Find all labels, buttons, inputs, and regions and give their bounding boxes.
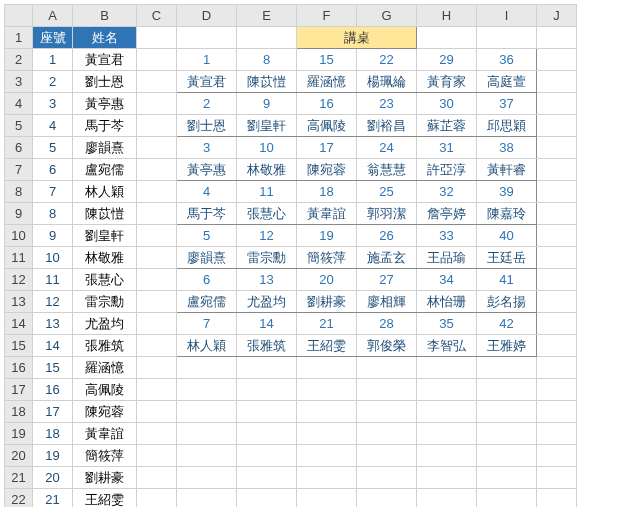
cell[interactable] bbox=[537, 489, 577, 508]
cell[interactable] bbox=[537, 225, 577, 247]
cell[interactable] bbox=[357, 379, 417, 401]
cell[interactable] bbox=[417, 467, 477, 489]
cell[interactable] bbox=[417, 357, 477, 379]
cell[interactable] bbox=[137, 247, 177, 269]
row-header-16[interactable]: 16 bbox=[5, 357, 33, 379]
row-header-22[interactable]: 22 bbox=[5, 489, 33, 508]
cell[interactable] bbox=[537, 93, 577, 115]
cell[interactable] bbox=[137, 225, 177, 247]
cell[interactable] bbox=[177, 379, 237, 401]
cell[interactable] bbox=[177, 467, 237, 489]
cell[interactable] bbox=[237, 423, 297, 445]
row-header-1[interactable]: 1 bbox=[5, 27, 33, 49]
row-header-21[interactable]: 21 bbox=[5, 467, 33, 489]
cell[interactable] bbox=[137, 269, 177, 291]
cell[interactable] bbox=[417, 445, 477, 467]
cell[interactable] bbox=[537, 27, 577, 49]
cell[interactable] bbox=[137, 115, 177, 137]
cell[interactable] bbox=[477, 379, 537, 401]
row-header-12[interactable]: 12 bbox=[5, 269, 33, 291]
col-header-E[interactable]: E bbox=[237, 5, 297, 27]
cell[interactable] bbox=[237, 445, 297, 467]
row-header-5[interactable]: 5 bbox=[5, 115, 33, 137]
row-header-13[interactable]: 13 bbox=[5, 291, 33, 313]
cell[interactable] bbox=[137, 27, 177, 49]
col-header-D[interactable]: D bbox=[177, 5, 237, 27]
col-header-J[interactable]: J bbox=[537, 5, 577, 27]
cell[interactable] bbox=[177, 27, 237, 49]
row-header-18[interactable]: 18 bbox=[5, 401, 33, 423]
cell[interactable] bbox=[537, 137, 577, 159]
row-header-10[interactable]: 10 bbox=[5, 225, 33, 247]
cell[interactable] bbox=[537, 401, 577, 423]
cell[interactable] bbox=[297, 423, 357, 445]
col-header-C[interactable]: C bbox=[137, 5, 177, 27]
cell[interactable] bbox=[477, 445, 537, 467]
cell[interactable] bbox=[357, 489, 417, 508]
cell[interactable] bbox=[137, 357, 177, 379]
cell[interactable] bbox=[137, 423, 177, 445]
col-header-I[interactable]: I bbox=[477, 5, 537, 27]
cell[interactable] bbox=[417, 379, 477, 401]
cell[interactable] bbox=[137, 291, 177, 313]
cell[interactable] bbox=[177, 423, 237, 445]
row-header-20[interactable]: 20 bbox=[5, 445, 33, 467]
cell[interactable] bbox=[297, 489, 357, 508]
row-header-11[interactable]: 11 bbox=[5, 247, 33, 269]
spreadsheet[interactable]: ABCDEFGHIJ1座號姓名講桌21黃宣君181522293632劉士恩黃宣君… bbox=[4, 4, 577, 507]
cell[interactable] bbox=[537, 313, 577, 335]
cell[interactable] bbox=[537, 247, 577, 269]
cell[interactable] bbox=[417, 489, 477, 508]
cell[interactable] bbox=[237, 401, 297, 423]
cell[interactable] bbox=[297, 379, 357, 401]
row-header-19[interactable]: 19 bbox=[5, 423, 33, 445]
cell[interactable] bbox=[357, 467, 417, 489]
cell[interactable] bbox=[537, 49, 577, 71]
cell[interactable] bbox=[297, 401, 357, 423]
cell[interactable] bbox=[137, 159, 177, 181]
cell[interactable] bbox=[417, 423, 477, 445]
cell[interactable] bbox=[537, 335, 577, 357]
cell[interactable] bbox=[357, 401, 417, 423]
cell[interactable] bbox=[137, 203, 177, 225]
cell[interactable] bbox=[537, 71, 577, 93]
cell[interactable] bbox=[477, 357, 537, 379]
cell[interactable] bbox=[137, 313, 177, 335]
cell[interactable] bbox=[237, 489, 297, 508]
cell[interactable] bbox=[177, 357, 237, 379]
cell[interactable] bbox=[477, 467, 537, 489]
cell[interactable] bbox=[177, 445, 237, 467]
cell[interactable] bbox=[137, 467, 177, 489]
row-header-2[interactable]: 2 bbox=[5, 49, 33, 71]
cell[interactable] bbox=[537, 379, 577, 401]
col-header-H[interactable]: H bbox=[417, 5, 477, 27]
cell[interactable] bbox=[137, 489, 177, 508]
row-header-7[interactable]: 7 bbox=[5, 159, 33, 181]
cell[interactable] bbox=[137, 445, 177, 467]
cell[interactable] bbox=[297, 445, 357, 467]
row-header-3[interactable]: 3 bbox=[5, 71, 33, 93]
cell[interactable] bbox=[237, 379, 297, 401]
cell[interactable] bbox=[537, 423, 577, 445]
col-header-B[interactable]: B bbox=[73, 5, 137, 27]
cell[interactable] bbox=[537, 467, 577, 489]
cell[interactable] bbox=[477, 489, 537, 508]
cell[interactable] bbox=[477, 401, 537, 423]
cell[interactable] bbox=[357, 445, 417, 467]
cell[interactable] bbox=[477, 423, 537, 445]
row-header-17[interactable]: 17 bbox=[5, 379, 33, 401]
cell[interactable] bbox=[137, 379, 177, 401]
cell[interactable] bbox=[237, 467, 297, 489]
cell[interactable] bbox=[137, 181, 177, 203]
cell[interactable] bbox=[177, 489, 237, 508]
cell[interactable] bbox=[477, 27, 537, 49]
row-header-8[interactable]: 8 bbox=[5, 181, 33, 203]
cell[interactable] bbox=[137, 401, 177, 423]
cell[interactable] bbox=[137, 49, 177, 71]
cell[interactable] bbox=[537, 445, 577, 467]
cell[interactable] bbox=[537, 115, 577, 137]
cell[interactable] bbox=[137, 137, 177, 159]
cell[interactable] bbox=[137, 93, 177, 115]
cell[interactable] bbox=[177, 401, 237, 423]
row-header-9[interactable]: 9 bbox=[5, 203, 33, 225]
